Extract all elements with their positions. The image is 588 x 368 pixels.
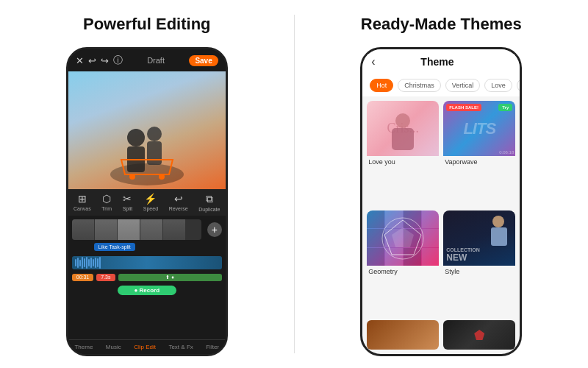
skull-shape	[474, 330, 484, 340]
card-style-label: Style	[443, 266, 515, 277]
love-person-svg	[384, 112, 421, 156]
filter-love[interactable]: Love	[484, 79, 512, 92]
wave-bar	[82, 257, 83, 269]
editing-screen: ✕ ↩ ↪ ⓘ Draft Save	[68, 49, 226, 354]
svg-rect-4	[147, 141, 162, 165]
info-icon[interactable]: ⓘ	[113, 54, 123, 67]
reverse-icon: ↩	[174, 193, 183, 205]
right-panel-title: Ready-Made Themes	[361, 15, 522, 34]
left-panel: Powerful Editing ✕ ↩ ↪ ⓘ Draft Save	[0, 0, 294, 368]
bottom-tabs: Theme Music Clip Edit Text & Fx Filter	[68, 339, 226, 354]
tool-reverse[interactable]: ↩ Reverse	[169, 193, 188, 212]
card-love-preview: Cris...	[367, 101, 439, 156]
wave-bar	[97, 258, 98, 267]
tool-canvas[interactable]: ⊞ Canvas	[74, 193, 91, 212]
flash-big-text: LITS	[463, 119, 495, 138]
redo-icon[interactable]: ↪	[101, 55, 109, 66]
wave-bar	[84, 258, 85, 268]
sub-track-1[interactable]: 00:31	[72, 274, 94, 281]
svg-point-5	[129, 174, 135, 180]
clip-tooltip: Like Task-split	[94, 243, 135, 251]
svg-rect-13	[491, 227, 507, 246]
svg-point-12	[492, 216, 504, 227]
style-person-svg	[486, 214, 512, 251]
tool-duplicate[interactable]: ⧉ Duplicate	[198, 193, 220, 212]
wave-bar	[77, 258, 79, 268]
save-button[interactable]: Save	[189, 55, 218, 66]
tool-split[interactable]: ✂ Split	[123, 193, 133, 212]
wave-bar	[99, 257, 101, 269]
card-love-label: Love you	[367, 156, 439, 168]
svg-point-1	[127, 129, 145, 146]
card-style-preview: COLLECTION NEW	[443, 210, 515, 266]
people-silhouette	[99, 116, 195, 189]
theme-card-geometry[interactable]: Geometry	[367, 210, 439, 316]
theme-screen: ‹ Theme Hot Christmas Vertical Love You.…	[362, 49, 520, 354]
video-timeline-track[interactable]	[72, 219, 201, 240]
filter-youtube[interactable]: You...	[517, 79, 520, 92]
filter-hot[interactable]: Hot	[370, 79, 393, 92]
phone-left: ✕ ↩ ↪ ⓘ Draft Save	[66, 47, 228, 356]
theme-card-flash[interactable]: FLASH SALE! Try LITS 0:06:18 Vaporwave	[443, 101, 515, 206]
close-icon[interactable]: ✕	[76, 55, 84, 66]
sub-track-2[interactable]: 7.3s	[96, 274, 115, 281]
tool-speed[interactable]: ⚡ Speed	[143, 193, 158, 212]
partial-card-2[interactable]	[443, 320, 515, 350]
tab-clip-edit[interactable]: Clip Edit	[134, 344, 156, 350]
add-clip-button[interactable]: +	[207, 222, 222, 237]
phone-right: ‹ Theme Hot Christmas Vertical Love You.…	[360, 47, 522, 356]
theme-card-style[interactable]: COLLECTION NEW Style	[443, 210, 515, 316]
tab-text-fx[interactable]: Text & Fx	[168, 344, 193, 350]
theme-topbar: ‹ Theme	[362, 49, 520, 74]
wave-bar	[93, 259, 94, 266]
filter-vertical[interactable]: Vertical	[445, 79, 481, 92]
card-geometry-preview	[367, 210, 439, 266]
audio-track[interactable]	[72, 256, 222, 269]
svg-rect-8	[392, 128, 414, 150]
geo-svg	[381, 216, 425, 261]
partial-card-2-content	[443, 320, 515, 350]
svg-marker-11	[392, 227, 414, 247]
right-panel: Ready-Made Themes ‹ Theme Hot Christmas …	[295, 0, 589, 368]
tab-filter[interactable]: Filter	[206, 344, 219, 350]
scissors-icon: ✂	[123, 193, 132, 205]
svg-point-6	[159, 174, 165, 180]
theme-filter-row: Hot Christmas Vertical Love You...	[362, 74, 520, 96]
speed-icon: ⚡	[144, 193, 157, 205]
timeline-area: + Like Task-split	[68, 216, 226, 339]
partial-card-1[interactable]	[367, 320, 439, 350]
editing-topbar: ✕ ↩ ↪ ⓘ Draft Save	[68, 49, 226, 71]
try-badge: Try	[498, 104, 512, 111]
video-preview	[68, 71, 226, 189]
record-button[interactable]: ● Record	[118, 286, 176, 295]
card-flash-preview: FLASH SALE! Try LITS 0:06:18	[443, 101, 515, 156]
wave-bar	[88, 259, 90, 267]
theme-grid: Cris... Love you FLASH SALE! Try LITS	[362, 96, 520, 320]
theme-card-love[interactable]: Cris... Love you	[367, 101, 439, 206]
trim-icon: ⬡	[102, 193, 111, 205]
wave-bar	[95, 258, 96, 268]
wave-bar	[75, 259, 76, 267]
card-flash-label: Vaporwave	[443, 156, 515, 168]
sub-tracks: 00:31 7.3s ⬆ ♦	[72, 274, 222, 281]
new-collection-text: COLLECTION NEW	[446, 247, 480, 263]
timestamp: 0:06:18	[499, 150, 514, 155]
wave-bar	[79, 260, 81, 266]
partial-bottom-row	[362, 320, 520, 354]
tool-trim[interactable]: ⬡ Trim	[101, 193, 112, 212]
left-panel-title: Powerful Editing	[83, 15, 211, 34]
draft-label: Draft	[127, 56, 185, 65]
svg-point-3	[147, 127, 162, 141]
editing-toolbar: ⊞ Canvas ⬡ Trim ✂ Split ⚡ Speed ↩ Reve	[68, 189, 226, 216]
svg-point-7	[395, 113, 410, 128]
tab-theme[interactable]: Theme	[74, 344, 93, 350]
tab-music[interactable]: Music	[106, 344, 121, 350]
wave-bar	[86, 257, 87, 268]
filter-christmas[interactable]: Christmas	[398, 79, 441, 92]
canvas-icon: ⊞	[78, 193, 87, 205]
sub-track-3[interactable]: ⬆ ♦	[118, 274, 222, 281]
audio-waveform	[75, 256, 101, 269]
flash-sale-badge: FLASH SALE!	[446, 104, 481, 111]
duplicate-icon: ⧉	[206, 193, 213, 205]
undo-icon[interactable]: ↩	[88, 55, 96, 66]
